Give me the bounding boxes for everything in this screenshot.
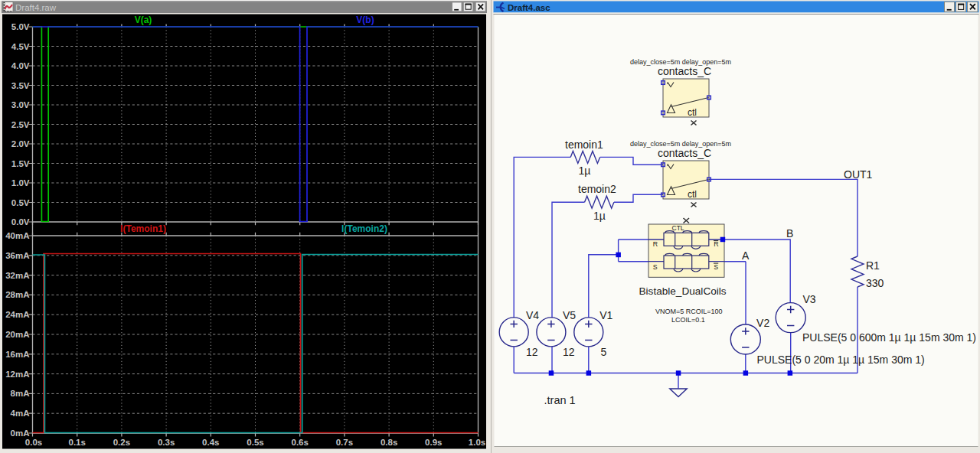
svg-text:1µ: 1µ [593, 210, 606, 222]
svg-text:contacts_C: contacts_C [658, 65, 711, 77]
svg-text:B: B [786, 227, 793, 240]
svg-text:0.8s: 0.8s [381, 438, 397, 447]
svg-text:A: A [742, 249, 750, 262]
svg-text:4mA: 4mA [11, 409, 30, 418]
svg-text:delay_close=5m delay_open=5m: delay_close=5m delay_open=5m [630, 58, 731, 66]
svg-text:Draft4.asc: Draft4.asc [508, 3, 550, 12]
svg-text:1µ: 1µ [579, 165, 591, 177]
svg-text:0.2s: 0.2s [113, 438, 130, 447]
svg-text:0.3s: 0.3s [158, 438, 175, 447]
svg-text:V(a): V(a) [135, 15, 152, 25]
svg-text:12: 12 [563, 346, 575, 358]
svg-text:2.0V: 2.0V [11, 139, 30, 148]
svg-text:2.5V: 2.5V [11, 120, 30, 129]
svg-text:3.0V: 3.0V [11, 100, 30, 109]
svg-text:330: 330 [866, 277, 884, 289]
svg-text:.tran 1: .tran 1 [544, 394, 576, 406]
svg-text:3.5V: 3.5V [11, 81, 30, 90]
svg-text:28mA: 28mA [5, 290, 29, 299]
svg-text:4.0V: 4.0V [11, 61, 30, 70]
svg-text:0.5V: 0.5V [11, 198, 30, 207]
svg-text:S: S [714, 263, 718, 271]
svg-text:OUT1: OUT1 [844, 168, 873, 181]
svg-text:0.5s: 0.5s [247, 438, 263, 447]
svg-text:32mA: 32mA [5, 271, 29, 280]
svg-text:0.0s: 0.0s [25, 438, 42, 447]
svg-text:0.9s: 0.9s [425, 438, 442, 447]
svg-text:V5: V5 [563, 309, 576, 321]
svg-text:36mA: 36mA [5, 251, 29, 260]
svg-text:4.5V: 4.5V [11, 42, 30, 51]
svg-text:V(b): V(b) [356, 15, 374, 25]
svg-text:1.0V: 1.0V [11, 178, 30, 187]
svg-text:0mA: 0mA [11, 429, 30, 438]
svg-text:PULSE(5 0 600m 1µ 1µ 15m 30m 1: PULSE(5 0 600m 1µ 1µ 15m 30m 1) [802, 331, 976, 344]
svg-text:Bistable_DualCoils: Bistable_DualCoils [639, 285, 727, 297]
svg-text:V4: V4 [526, 309, 539, 321]
svg-text:I(Temoin1): I(Temoin1) [120, 223, 166, 234]
svg-text:Draft4.raw: Draft4.raw [15, 3, 57, 12]
svg-text:0.4s: 0.4s [202, 438, 219, 447]
svg-text:1.0s: 1.0s [469, 438, 485, 447]
svg-text:temoin2: temoin2 [578, 183, 616, 195]
svg-text:temoin1: temoin1 [565, 139, 603, 151]
svg-text:ctl: ctl [688, 107, 697, 118]
svg-text:LCOIL=0.1: LCOIL=0.1 [671, 316, 705, 324]
svg-text:V1: V1 [599, 309, 612, 321]
svg-text:5.0V: 5.0V [11, 22, 30, 31]
svg-text:12mA: 12mA [5, 370, 29, 379]
svg-text:R: R [653, 240, 658, 248]
svg-text:V3: V3 [803, 293, 816, 305]
svg-text:0.0V: 0.0V [11, 217, 30, 226]
svg-text:V2: V2 [756, 317, 769, 329]
svg-text:ctl: ctl [688, 189, 697, 200]
svg-text:40mA: 40mA [5, 231, 29, 240]
svg-text:5: 5 [601, 346, 607, 358]
svg-text:0.7s: 0.7s [336, 438, 353, 447]
svg-text:R: R [714, 240, 718, 248]
svg-text:0.1s: 0.1s [69, 438, 86, 447]
svg-text:1.5V: 1.5V [11, 159, 30, 168]
svg-text:24mA: 24mA [5, 310, 29, 319]
svg-text:CTL: CTL [672, 224, 684, 232]
svg-text:20mA: 20mA [5, 330, 29, 339]
svg-text:16mA: 16mA [5, 350, 29, 359]
svg-text:contacts_C: contacts_C [658, 147, 711, 159]
svg-text:8mA: 8mA [11, 389, 30, 398]
svg-text:I(Temoin2): I(Temoin2) [341, 223, 387, 234]
svg-text:R1: R1 [866, 259, 880, 272]
svg-text:VNOM=5 RCOIL=100: VNOM=5 RCOIL=100 [655, 308, 723, 315]
svg-text:PULSE(5 0 20m 1µ 1µ 15m 30m 1): PULSE(5 0 20m 1µ 1µ 15m 30m 1) [757, 354, 925, 366]
svg-text:0.6s: 0.6s [292, 438, 309, 447]
svg-text:delay_close=5m delay_open=5m: delay_close=5m delay_open=5m [630, 140, 731, 148]
svg-text:12: 12 [526, 346, 538, 358]
svg-text:S: S [653, 263, 658, 271]
